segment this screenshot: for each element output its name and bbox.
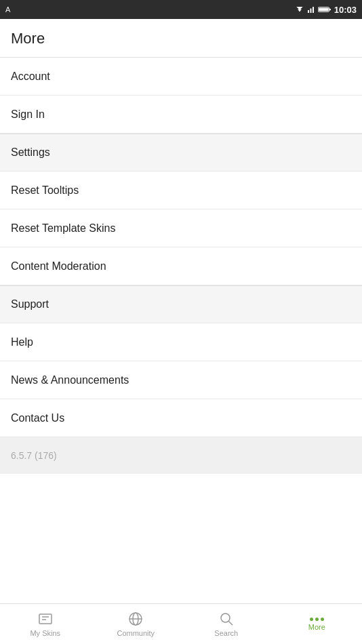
page-title: More bbox=[11, 30, 45, 47]
my-skins-icon bbox=[37, 611, 54, 627]
nav-item-my-skins[interactable]: My Skins bbox=[0, 607, 91, 641]
search-icon bbox=[218, 611, 235, 627]
nav-label-my-skins: My Skins bbox=[30, 629, 60, 637]
menu-item-help[interactable]: Help bbox=[0, 323, 362, 361]
nav-item-more[interactable]: More bbox=[272, 613, 363, 635]
nav-label-search: Search bbox=[214, 629, 238, 637]
svg-rect-3 bbox=[310, 9, 311, 14]
status-time: 10:03 bbox=[334, 5, 357, 15]
menu-item-sign-in[interactable]: Sign In bbox=[0, 96, 362, 134]
status-bar-left: A bbox=[5, 5, 10, 14]
svg-rect-4 bbox=[313, 7, 314, 13]
status-bar: A 10:03 bbox=[0, 0, 362, 19]
svg-rect-8 bbox=[39, 614, 52, 624]
battery-icon bbox=[318, 5, 331, 14]
svg-marker-1 bbox=[296, 7, 302, 10]
menu-item-reset-template-skins[interactable]: Reset Template Skins bbox=[0, 209, 362, 247]
svg-line-15 bbox=[228, 622, 233, 626]
svg-rect-6 bbox=[329, 9, 331, 11]
nav-label-community: Community bbox=[117, 629, 155, 637]
community-icon bbox=[127, 611, 144, 627]
svg-rect-7 bbox=[319, 8, 329, 12]
menu-item-reset-tooltips[interactable]: Reset Tooltips bbox=[0, 172, 362, 209]
menu-item-settings[interactable]: Settings bbox=[0, 134, 362, 172]
version-text: 6.5.7 (176) bbox=[11, 450, 57, 461]
bottom-nav: My Skins Community Search More bbox=[0, 603, 362, 644]
more-icon bbox=[310, 618, 324, 621]
nav-label-more: More bbox=[308, 623, 325, 631]
status-bar-right: 10:03 bbox=[295, 5, 357, 15]
app-icon: A bbox=[5, 5, 10, 14]
version-area: 6.5.7 (176) bbox=[0, 437, 362, 474]
signal-icon bbox=[307, 5, 315, 14]
nav-item-community[interactable]: Community bbox=[91, 607, 182, 641]
menu-item-support[interactable]: Support bbox=[0, 285, 362, 323]
page-title-bar: More bbox=[0, 19, 362, 58]
menu-item-content-moderation[interactable]: Content Moderation bbox=[0, 247, 362, 285]
wifi-icon bbox=[295, 5, 304, 14]
menu-item-news-announcements[interactable]: News & Announcements bbox=[0, 361, 362, 399]
main-content: More Account Sign In Settings Reset Tool… bbox=[0, 19, 362, 609]
menu-item-account[interactable]: Account bbox=[0, 58, 362, 96]
svg-point-14 bbox=[221, 613, 230, 622]
menu-list: Account Sign In Settings Reset Tooltips … bbox=[0, 58, 362, 609]
svg-rect-2 bbox=[308, 10, 309, 13]
nav-item-search[interactable]: Search bbox=[181, 607, 272, 641]
menu-item-contact-us[interactable]: Contact Us bbox=[0, 399, 362, 437]
